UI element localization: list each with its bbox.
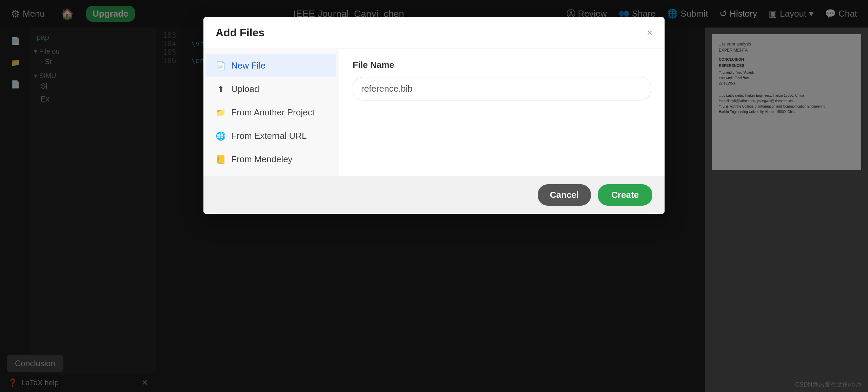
upload-icon: ⬆	[216, 85, 226, 94]
modal-close-button[interactable]: ×	[647, 28, 652, 38]
external-url-icon: 🌐	[216, 131, 226, 141]
modal-header: Add Files ×	[203, 17, 665, 49]
add-files-modal: Add Files × 📄 New File ⬆ Upload 📁 From A…	[203, 17, 665, 214]
from-another-project-icon: 📁	[216, 108, 226, 117]
cancel-button[interactable]: Cancel	[538, 184, 591, 206]
create-button[interactable]: Create	[598, 184, 652, 206]
modal-overlay: Add Files × 📄 New File ⬆ Upload 📁 From A…	[0, 0, 868, 392]
mendeley-icon: 📒	[216, 155, 226, 164]
modal-body: 📄 New File ⬆ Upload 📁 From Another Proje…	[203, 49, 665, 176]
modal-sidebar: 📄 New File ⬆ Upload 📁 From Another Proje…	[203, 49, 339, 176]
file-name-input[interactable]	[353, 77, 651, 100]
new-file-icon: 📄	[216, 61, 226, 71]
modal-sidebar-item-from-mendeley[interactable]: 📒 From Mendeley	[206, 148, 336, 171]
modal-title: Add Files	[216, 26, 264, 39]
modal-content: File Name	[339, 49, 665, 176]
modal-sidebar-item-new-file[interactable]: 📄 New File	[206, 54, 336, 77]
modal-footer: Cancel Create	[203, 176, 665, 214]
modal-sidebar-item-from-another-project[interactable]: 📁 From Another Project	[206, 101, 336, 124]
modal-sidebar-item-from-zotero[interactable]: 📒 From Zotero	[206, 171, 336, 176]
file-name-label: File Name	[353, 60, 651, 70]
modal-sidebar-item-from-external-url[interactable]: 🌐 From External URL	[206, 125, 336, 147]
modal-sidebar-item-upload[interactable]: ⬆ Upload	[206, 78, 336, 100]
